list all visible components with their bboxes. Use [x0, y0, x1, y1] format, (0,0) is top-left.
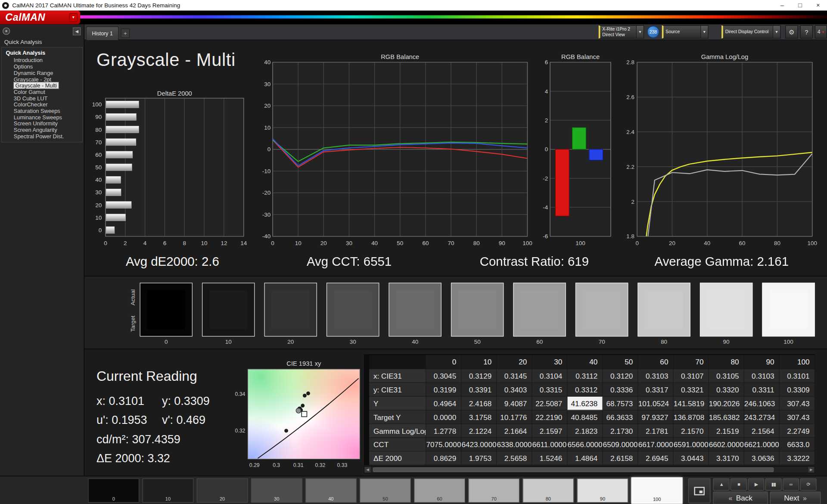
table-cell[interactable]: 0.3315: [532, 383, 568, 397]
table-cell[interactable]: 2.1781: [638, 424, 674, 438]
table-cell[interactable]: 22.5087: [532, 397, 568, 411]
table-cell[interactable]: 3.0636: [744, 451, 780, 465]
table-cell[interactable]: 1.2778: [426, 424, 461, 438]
table-cell[interactable]: 307.43: [780, 397, 815, 411]
table-cell[interactable]: 1.4864: [568, 451, 603, 465]
table-cell[interactable]: 0.3103: [744, 369, 780, 383]
table-cell[interactable]: 2.1224: [461, 424, 497, 438]
table-cell[interactable]: 2.4168: [461, 397, 497, 411]
patch-button-60[interactable]: 60: [414, 479, 465, 503]
sidebar-item-introduction[interactable]: Introduction: [2, 57, 82, 63]
sidebar-item-quick-analysis[interactable]: Quick Analysis: [2, 49, 82, 57]
table-cell[interactable]: 0.3320: [709, 383, 744, 397]
table-scrollbar[interactable]: ◀ ▶: [364, 466, 815, 473]
table-cell[interactable]: 40.8485: [568, 411, 603, 424]
source-dropdown[interactable]: Source ▼: [662, 25, 709, 39]
table-cell[interactable]: 0.3104: [532, 369, 568, 383]
pause-button[interactable]: ▮▮: [765, 479, 782, 491]
table-cell[interactable]: 0.3045: [426, 369, 461, 383]
new-tab-button[interactable]: +: [121, 28, 130, 38]
display-control-dropdown[interactable]: Direct Display Control ▼: [721, 25, 780, 39]
help-button[interactable]: ?: [800, 25, 813, 39]
scroll-left-icon[interactable]: ◀: [364, 467, 371, 473]
table-cell[interactable]: 6591.0000: [674, 438, 709, 451]
next-button[interactable]: Next »: [770, 492, 821, 504]
chevron-down-icon[interactable]: ▼: [636, 26, 644, 38]
table-cell[interactable]: 2.1597: [532, 424, 568, 438]
table-cell[interactable]: 6633.0: [780, 438, 815, 451]
minimize-button[interactable]: –: [773, 0, 791, 10]
back-button[interactable]: « Back: [713, 492, 768, 504]
table-cell[interactable]: 6509.0000: [603, 438, 638, 451]
patch-button-70[interactable]: 70: [468, 479, 519, 503]
table-cell[interactable]: 41.6238: [568, 397, 603, 411]
logo-menu-caret[interactable]: ▼: [69, 13, 78, 22]
table-cell[interactable]: 0.3129: [461, 369, 497, 383]
table-cell[interactable]: 0.3336: [603, 383, 638, 397]
table-cell[interactable]: 0.3112: [568, 369, 603, 383]
continuous-button[interactable]: ∞: [783, 479, 799, 491]
sidebar-menu-button[interactable]: [3, 28, 10, 35]
table-cell[interactable]: 141.5819: [674, 397, 709, 411]
table-cell[interactable]: 0.3145: [497, 369, 532, 383]
table-cell[interactable]: 1.9753: [461, 451, 497, 465]
table-cell[interactable]: 0.3403: [497, 383, 532, 397]
stop-button[interactable]: ■: [731, 479, 747, 491]
sidebar-item-dynamic-range[interactable]: Dynamic Range: [2, 70, 82, 76]
sidebar-item-screen-angularity[interactable]: Screen Angularity: [2, 127, 82, 133]
table-cell[interactable]: 2.1570: [674, 424, 709, 438]
sidebar-item-3d-cube-lut[interactable]: 3D Cube LUT: [2, 95, 82, 101]
table-cell[interactable]: 0.3105: [709, 369, 744, 383]
table-cell[interactable]: 101.0524: [638, 397, 674, 411]
table-cell[interactable]: 0.0000: [426, 411, 461, 424]
refresh-button[interactable]: ⟳: [800, 479, 817, 491]
patch-button-50[interactable]: 50: [360, 479, 411, 503]
settings-gear-button[interactable]: ⚙: [785, 25, 798, 39]
table-cell[interactable]: 0.3311: [744, 383, 780, 397]
table-cell[interactable]: 2.1730: [603, 424, 638, 438]
sidebar-item-luminance-sweeps[interactable]: Luminance Sweeps: [2, 114, 82, 120]
notification-button[interactable]: 4 ▼: [815, 25, 827, 39]
table-cell[interactable]: 6617.0000: [638, 438, 674, 451]
table-cell[interactable]: 0.3321: [674, 383, 709, 397]
eject-button[interactable]: ▲: [713, 479, 730, 491]
sidebar-item-spectral-power-dist[interactable]: Spectral Power Dist.: [2, 133, 82, 140]
table-cell[interactable]: 0.4964: [426, 397, 461, 411]
table-cell[interactable]: 307.43: [780, 411, 815, 424]
patch-button-10[interactable]: 10: [143, 479, 194, 503]
patch-button-90[interactable]: 90: [577, 479, 628, 503]
meter-dropdown[interactable]: X-Rite i1Pro 2 Direct View ▼: [599, 25, 644, 39]
table-cell[interactable]: 0.3391: [461, 383, 497, 397]
sidebar-item-color-gamut[interactable]: Color Gamut: [2, 89, 82, 95]
table-cell[interactable]: 1.5246: [532, 451, 568, 465]
scroll-right-icon[interactable]: ▶: [808, 467, 815, 473]
table-cell[interactable]: 0.3120: [603, 369, 638, 383]
chevron-down-icon[interactable]: ▼: [773, 26, 780, 38]
table-cell[interactable]: 136.8708: [674, 411, 709, 424]
table-cell[interactable]: 243.2734: [744, 411, 780, 424]
table-cell[interactable]: 0.3101: [780, 369, 815, 383]
table-cell[interactable]: 0.3107: [674, 369, 709, 383]
scrollbar-thumb[interactable]: [373, 467, 774, 472]
table-cell[interactable]: 6566.0000: [568, 438, 603, 451]
patch-button-30[interactable]: 30: [251, 479, 302, 503]
table-cell[interactable]: 0.3199: [426, 383, 461, 397]
patch-button-20[interactable]: 20: [197, 479, 248, 503]
sidebar-item-saturation-sweeps[interactable]: Saturation Sweeps: [2, 108, 82, 114]
sidebar-item-colorchecker[interactable]: ColorChecker: [2, 101, 82, 108]
table-cell[interactable]: 6621.0000: [744, 438, 780, 451]
table-cell[interactable]: 2.5658: [497, 451, 532, 465]
table-cell[interactable]: 3.3222: [780, 451, 815, 465]
maximize-button[interactable]: □: [791, 0, 809, 10]
table-cell[interactable]: 9.4087: [497, 397, 532, 411]
table-cell[interactable]: 3.1758: [461, 411, 497, 424]
table-cell[interactable]: 10.1776: [497, 411, 532, 424]
patch-button-80[interactable]: 80: [522, 479, 574, 503]
table-cell[interactable]: 0.3309: [780, 383, 815, 397]
table-cell[interactable]: 6602.0000: [709, 438, 744, 451]
patch-button-100[interactable]: 100: [631, 477, 683, 504]
table-cell[interactable]: 2.6158: [603, 451, 638, 465]
table-cell[interactable]: 6423.0000: [461, 438, 497, 451]
table-cell[interactable]: 97.9327: [638, 411, 674, 424]
table-cell[interactable]: 246.1063: [744, 397, 780, 411]
